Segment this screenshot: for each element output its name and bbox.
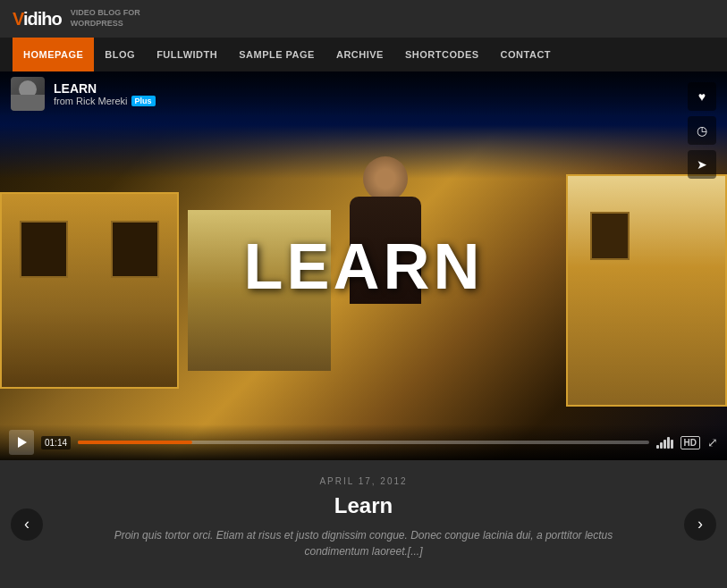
vol-bar-3 [664, 440, 666, 449]
nav-item-blog[interactable]: BLOG [94, 38, 146, 71]
vol-bar-2 [660, 442, 663, 449]
building-right [566, 174, 727, 407]
video-meta-title: LEARN [54, 81, 156, 96]
post-excerpt: Proin quis tortor orci. Etiam at risus e… [105, 527, 623, 559]
volume-control[interactable] [656, 436, 673, 449]
post-info: ‹ APRIL 17, 2012 Learn Proin quis tortor… [0, 460, 727, 588]
video-meta: LEARN from Rick Mereki Plus [54, 81, 156, 106]
building-left [0, 192, 179, 389]
vol-bar-4 [667, 437, 670, 449]
time-display: 01:14 [41, 436, 71, 449]
video-controls: 01:14 HD ⤢ [0, 424, 727, 460]
nav-item-fullwidth[interactable]: FULLWIDTH [146, 38, 228, 71]
vol-bar-1 [656, 445, 659, 449]
progress-fill [78, 441, 192, 444]
next-arrow[interactable]: › [684, 508, 716, 541]
post-title[interactable]: Learn [18, 493, 709, 518]
watchlater-button[interactable]: ◷ [688, 116, 716, 145]
site-tagline: VIDEO BLOG FOR WORDPRESS [71, 8, 140, 29]
nav-item-archive[interactable]: ARCHIVE [325, 38, 394, 71]
side-actions: ♥ ◷ ➤ [688, 82, 716, 179]
progress-bar[interactable] [78, 441, 649, 444]
video-info-bar: LEARN from Rick Mereki Plus [0, 71, 727, 116]
nav-item-contact[interactable]: CONTACT [490, 38, 562, 71]
site-header: Vidiho VIDEO BLOG FOR WORDPRESS [0, 0, 727, 38]
vol-bar-5 [671, 440, 673, 449]
main-nav: HOMEPAGE BLOG FULLWIDTH SAMPLE PAGE ARCH… [0, 38, 727, 71]
plus-badge: Plus [131, 96, 156, 106]
logo-text: Vidiho [13, 9, 62, 29]
prev-arrow[interactable]: ‹ [11, 508, 43, 541]
nav-item-homepage[interactable]: HOMEPAGE [13, 38, 94, 71]
building-center [188, 210, 331, 371]
post-date: APRIL 17, 2012 [18, 476, 709, 486]
figure-silhouette [332, 156, 439, 389]
video-author: from Rick Mereki [54, 96, 128, 106]
fullscreen-button[interactable]: ⤢ [707, 435, 718, 449]
hd-badge[interactable]: HD [681, 436, 700, 449]
main-content: LEARN LEARN from Rick Mereki Plus ♥ ◷ ➤ … [0, 71, 727, 588]
logo-v-letter: V [13, 9, 23, 29]
avatar [11, 77, 45, 111]
video-background [0, 71, 727, 460]
nav-item-shortcodes[interactable]: SHORTCODES [394, 38, 490, 71]
logo[interactable]: Vidiho [13, 9, 62, 29]
play-button[interactable] [9, 430, 34, 455]
nav-item-sample-page[interactable]: SAMPLE PAGE [228, 38, 325, 71]
heart-button[interactable]: ♥ [688, 82, 716, 111]
video-player[interactable]: LEARN LEARN from Rick Mereki Plus ♥ ◷ ➤ … [0, 71, 727, 460]
share-button[interactable]: ➤ [688, 150, 716, 179]
